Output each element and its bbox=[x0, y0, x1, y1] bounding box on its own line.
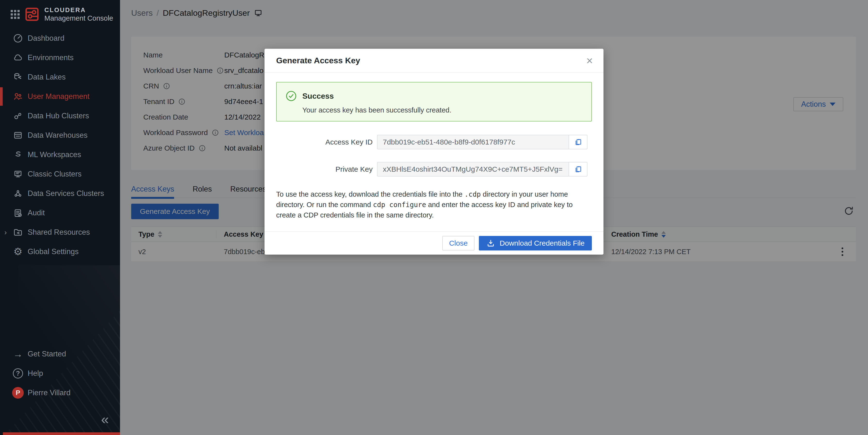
alert-title: Success bbox=[302, 92, 334, 101]
sidebar-item-label: ML Workspaces bbox=[28, 150, 81, 159]
sidebar-item-global-settings[interactable]: ⚙ Global Settings bbox=[0, 242, 120, 261]
sidebar-item-label: Shared Resources bbox=[28, 228, 90, 237]
sidebar-item-shared-resources[interactable]: › Shared Resources bbox=[0, 223, 120, 242]
download-button-label: Download Credentials File bbox=[500, 239, 585, 247]
generate-access-key-modal: Generate Access Key × Success Your acces… bbox=[265, 49, 603, 255]
modal-title: Generate Access Key bbox=[276, 56, 586, 65]
credentials-instructions: To use the access key, download the cred… bbox=[276, 189, 592, 220]
sidebar-header: CLOUDERA Management Console bbox=[0, 0, 120, 22]
sidebar-item-data-lakes[interactable]: Data Lakes bbox=[0, 67, 120, 87]
sidebar-item-label: Global Settings bbox=[28, 247, 79, 256]
sidebar-item-label: Audit bbox=[28, 209, 45, 217]
brand-product: Management Console bbox=[44, 14, 113, 22]
alert-message: Your access key has been successfully cr… bbox=[302, 106, 583, 114]
sidebar-item-label: Data Warehouses bbox=[28, 131, 88, 140]
private-key-field-row: Private Key xXBHlsE4oshirt34OuTMgUg74X9C… bbox=[276, 162, 592, 177]
sidebar-item-data-services-clusters[interactable]: Data Services Clusters bbox=[0, 184, 120, 203]
close-icon[interactable]: × bbox=[586, 55, 593, 66]
sidebar-bottom-accent bbox=[3, 432, 120, 435]
sidebar-item-label: Help bbox=[28, 369, 43, 378]
sidebar-item-label: Classic Clusters bbox=[28, 170, 82, 179]
users-icon bbox=[12, 91, 24, 102]
sidebar-item-label: Get Started bbox=[28, 350, 66, 359]
close-button[interactable]: Close bbox=[442, 236, 474, 250]
sidebar-nav: Dashboard Environments Data Lakes User M… bbox=[0, 29, 120, 261]
copy-private-key-button[interactable] bbox=[568, 162, 587, 177]
code-cdp-configure: cdp configure bbox=[373, 201, 426, 209]
arrow-right-icon: → bbox=[12, 348, 24, 360]
data-services-icon bbox=[12, 188, 24, 199]
sidebar-item-ml-workspaces[interactable]: ML Workspaces bbox=[0, 145, 120, 164]
dashboard-icon bbox=[12, 32, 24, 44]
success-check-icon bbox=[285, 90, 297, 102]
sidebar-item-user-profile[interactable]: P Pierre Villard bbox=[0, 383, 120, 403]
field-label: Access Key ID bbox=[276, 138, 377, 146]
sidebar-item-help[interactable]: ? Help bbox=[0, 364, 120, 383]
field-label: Private Key bbox=[276, 165, 377, 174]
data-hub-icon bbox=[12, 110, 24, 122]
sidebar-item-audit[interactable]: Audit bbox=[0, 203, 120, 223]
sidebar-item-label: Data Hub Clusters bbox=[28, 112, 89, 120]
cloudera-logo-icon[interactable] bbox=[25, 7, 39, 21]
sidebar-item-classic-clusters[interactable]: Classic Clusters bbox=[0, 164, 120, 184]
user-name: Pierre Villard bbox=[28, 389, 70, 397]
success-alert: Success Your access key has been success… bbox=[276, 82, 592, 122]
sidebar-item-data-warehouses[interactable]: Data Warehouses bbox=[0, 126, 120, 145]
modal-header: Generate Access Key × bbox=[265, 49, 603, 73]
sidebar-item-user-management[interactable]: User Management bbox=[0, 87, 120, 106]
sidebar-footer: → Get Started ? Help P Pierre Villard bbox=[0, 344, 120, 403]
shared-resources-icon bbox=[12, 226, 24, 238]
brand-block: CLOUDERA Management Console bbox=[44, 6, 113, 22]
private-key-value[interactable]: xXBHlsE4oshirt34OuTMgUg74X9C+ce7MT5+J5Fx… bbox=[377, 162, 568, 177]
warehouse-icon bbox=[12, 129, 24, 141]
modal-footer: Close Download Credentials File bbox=[265, 231, 603, 255]
gear-icon: ⚙ bbox=[12, 246, 24, 257]
code-cdp-dir: .cdp bbox=[464, 190, 480, 198]
classic-clusters-icon bbox=[12, 168, 24, 180]
sidebar: CLOUDERA Management Console Dashboard En… bbox=[0, 0, 120, 435]
copy-access-key-id-button[interactable] bbox=[568, 135, 587, 149]
access-key-id-value[interactable]: 7dbb019c-eb51-480e-b8f9-d0f6178f977c bbox=[377, 135, 568, 149]
collapse-sidebar-button[interactable]: « bbox=[101, 412, 109, 426]
download-icon bbox=[486, 239, 495, 248]
download-credentials-button[interactable]: Download Credentials File bbox=[479, 236, 592, 250]
chevron-right-icon[interactable]: › bbox=[4, 228, 7, 237]
sidebar-item-dashboard[interactable]: Dashboard bbox=[0, 29, 120, 48]
cloud-icon bbox=[12, 52, 24, 64]
sidebar-item-environments[interactable]: Environments bbox=[0, 48, 120, 67]
app-switcher-icon[interactable] bbox=[11, 10, 20, 19]
help-icon: ? bbox=[12, 368, 24, 379]
sidebar-item-label: Dashboard bbox=[28, 34, 64, 43]
sidebar-item-label: Data Services Clusters bbox=[28, 189, 104, 198]
sidebar-item-get-started[interactable]: → Get Started bbox=[0, 344, 120, 364]
audit-icon bbox=[12, 207, 24, 219]
brand-name: CLOUDERA bbox=[44, 6, 113, 14]
sidebar-item-label: Environments bbox=[28, 53, 74, 62]
access-key-id-field-row: Access Key ID 7dbb019c-eb51-480e-b8f9-d0… bbox=[276, 135, 592, 149]
sidebar-item-label: User Management bbox=[28, 92, 90, 101]
ml-icon bbox=[12, 149, 24, 160]
data-lake-icon bbox=[12, 71, 24, 83]
sidebar-item-data-hub-clusters[interactable]: Data Hub Clusters bbox=[0, 106, 120, 126]
user-avatar: P bbox=[12, 387, 24, 399]
sidebar-item-label: Data Lakes bbox=[28, 73, 66, 82]
app-root: CLOUDERA Management Console Dashboard En… bbox=[0, 0, 868, 435]
